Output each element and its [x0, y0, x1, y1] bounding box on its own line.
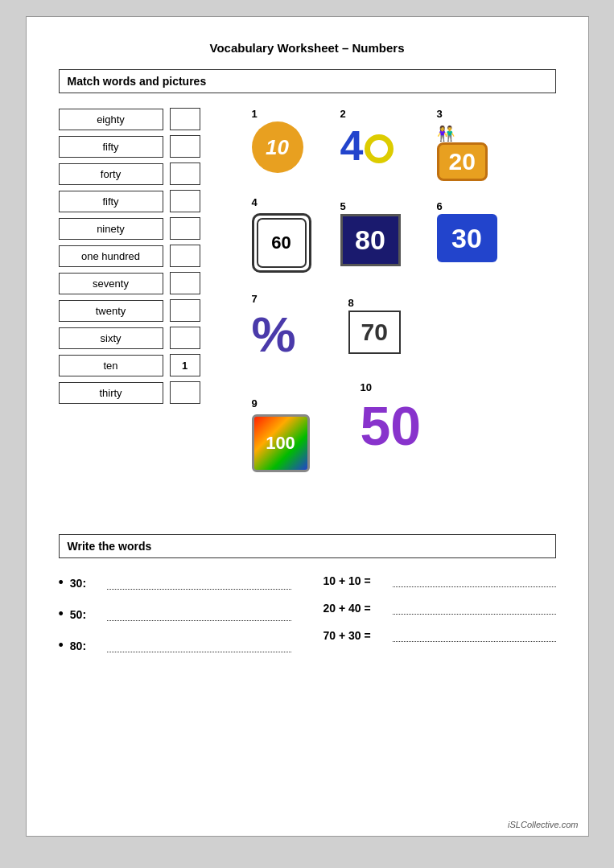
- word-item-5: one hundred: [59, 245, 220, 267]
- picture-5: 5 80: [340, 200, 401, 266]
- word-box-10: thirty: [59, 382, 163, 404]
- write-section: Write the words • 30: • 50: • 80: 10 + 1…: [59, 534, 556, 668]
- write-right-item-2: 70 + 30 =: [323, 629, 556, 642]
- answer-box-2[interactable]: [170, 162, 200, 185]
- word-box-6: seventy: [59, 273, 163, 294]
- answer-box-0[interactable]: [170, 108, 200, 130]
- write-answer-line[interactable]: [393, 629, 556, 642]
- word-box-1: fifty: [59, 136, 163, 158]
- answer-box-3[interactable]: [170, 190, 200, 212]
- write-label: 50:: [70, 608, 102, 621]
- match-section: eighty fifty forty fifty ninety one hund…: [59, 108, 556, 510]
- picture-1: 1 10: [252, 108, 303, 173]
- write-answer-line[interactable]: [107, 577, 291, 590]
- word-box-0: eighty: [59, 109, 163, 130]
- write-left-item-1: • 50:: [59, 606, 291, 623]
- word-box-2: forty: [59, 163, 163, 185]
- write-right-item-1: 20 + 40 =: [323, 602, 556, 615]
- worksheet-page: Vocabulary Worksheet – Numbers Match wor…: [26, 16, 589, 837]
- write-right-item-0: 10 + 10 =: [323, 574, 556, 587]
- answer-box-6[interactable]: [170, 272, 200, 294]
- word-list: eighty fifty forty fifty ninety one hund…: [59, 108, 220, 510]
- word-item-9: ten 1: [59, 354, 220, 376]
- word-box-5: one hundred: [59, 245, 163, 267]
- write-answer-line[interactable]: [393, 574, 556, 587]
- bullet: •: [59, 574, 64, 591]
- word-item-8: sixty: [59, 327, 220, 349]
- write-left-item-2: • 80:: [59, 637, 291, 654]
- word-box-7: twenty: [59, 300, 163, 322]
- answer-box-5[interactable]: [170, 245, 200, 267]
- picture-2: 2 4: [340, 108, 394, 167]
- section2-header: Write the words: [59, 534, 556, 558]
- write-equation: 70 + 30 =: [323, 629, 388, 642]
- answer-box-7[interactable]: [170, 299, 200, 322]
- write-left-item-0: • 30:: [59, 574, 291, 591]
- write-equation: 20 + 40 =: [323, 602, 388, 615]
- answer-box-4[interactable]: [170, 217, 200, 240]
- word-box-8: sixty: [59, 327, 163, 349]
- word-item-2: forty: [59, 162, 220, 185]
- section1-header: Match words and pictures: [59, 69, 556, 93]
- picture-4: 4 60: [252, 196, 311, 273]
- picture-9: 9 100: [252, 397, 310, 472]
- picture-7: 7 %: [252, 293, 296, 360]
- write-answer-line[interactable]: [107, 608, 291, 621]
- word-item-4: ninety: [59, 217, 220, 240]
- word-item-3: fifty: [59, 190, 220, 212]
- write-label: 30:: [70, 577, 102, 590]
- word-box-3: fifty: [59, 191, 163, 212]
- write-answer-line[interactable]: [393, 602, 556, 615]
- bullet: •: [59, 637, 64, 654]
- write-equation: 10 + 10 =: [323, 574, 388, 587]
- picture-3: 3 👫 20: [437, 108, 488, 181]
- answer-box-10[interactable]: [170, 381, 200, 404]
- write-label: 80:: [70, 640, 102, 652]
- answer-box-9[interactable]: 1: [170, 354, 200, 376]
- pictures-grid: 1 10 2 4 3 👫 20 4: [236, 108, 556, 510]
- word-item-6: seventy: [59, 272, 220, 294]
- answer-box-1[interactable]: [170, 135, 200, 158]
- word-box-4: ninety: [59, 218, 163, 240]
- word-item-0: eighty: [59, 108, 220, 130]
- write-col-left: • 30: • 50: • 80:: [59, 574, 291, 668]
- word-item-10: thirty: [59, 381, 220, 404]
- isl-credit: iSLCollective.com: [508, 820, 578, 829]
- write-answer-line[interactable]: [107, 640, 291, 652]
- write-columns: • 30: • 50: • 80: 10 + 10 = 20 + 40 = 70…: [59, 574, 556, 668]
- word-item-1: fifty: [59, 135, 220, 158]
- word-item-7: twenty: [59, 299, 220, 322]
- page-title: Vocabulary Worksheet – Numbers: [59, 41, 556, 55]
- picture-8: 8 70: [348, 297, 401, 354]
- answer-box-8[interactable]: [170, 327, 200, 349]
- picture-10: 10 50: [361, 381, 422, 453]
- bullet: •: [59, 606, 64, 623]
- write-col-right: 10 + 10 = 20 + 40 = 70 + 30 =: [323, 574, 556, 668]
- picture-6: 6 30: [437, 200, 497, 262]
- word-box-9: ten: [59, 355, 163, 376]
